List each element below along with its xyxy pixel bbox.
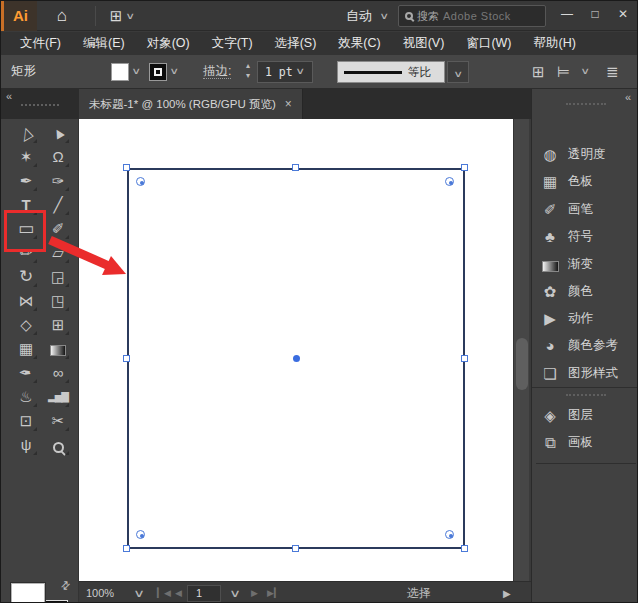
width-tool[interactable]: ⋈: [14, 290, 38, 312]
live-corner-widget[interactable]: [136, 530, 145, 539]
live-corner-widget[interactable]: [445, 177, 454, 186]
selection-handle[interactable]: [461, 545, 468, 552]
arrange-documents-icon[interactable]: ⊞: [105, 1, 127, 31]
zoom-chevron-icon[interactable]: ∨: [133, 582, 145, 603]
menu-select[interactable]: 选择(S): [264, 32, 328, 55]
menu-help[interactable]: 帮助(H): [523, 32, 587, 55]
stroke-weight-chevron-icon[interactable]: ∨: [295, 55, 305, 88]
scale-tool[interactable]: ◲: [46, 266, 70, 288]
vertical-scrollbar[interactable]: [513, 119, 529, 581]
zoom-tool[interactable]: [46, 434, 70, 456]
document-tab[interactable]: 未标题-1* @ 100% (RGB/GPU 预览) ×: [79, 89, 303, 119]
live-corner-widget[interactable]: [445, 530, 454, 539]
selection-tool[interactable]: △: [14, 122, 38, 144]
collapse-toolbar-icon[interactable]: «: [6, 90, 12, 102]
menu-effect[interactable]: 效果(C): [327, 32, 391, 55]
selection-handle[interactable]: [123, 545, 130, 552]
lasso-tool[interactable]: Ω: [46, 146, 70, 168]
selection-handle[interactable]: [292, 164, 299, 171]
artboard-tool[interactable]: ⊡: [14, 410, 38, 432]
selection-handle[interactable]: [123, 355, 130, 362]
panel-item-color-guide[interactable]: ◕ 颜色参考: [532, 332, 638, 359]
perspective-grid-tool[interactable]: ⊞: [46, 314, 70, 336]
panel-item-artboards[interactable]: ⧉ 画板: [532, 429, 638, 456]
fill-color-swatch[interactable]: [111, 63, 129, 81]
toolbar-drag-handle[interactable]: [21, 104, 59, 106]
minimize-button[interactable]: —: [553, 1, 581, 27]
home-icon[interactable]: ⌂: [47, 1, 77, 31]
panel-group-drag-handle[interactable]: [566, 394, 606, 396]
arrange-documents-chevron-icon[interactable]: ∨: [125, 1, 135, 31]
menu-view[interactable]: 视图(V): [392, 32, 456, 55]
hand-tool[interactable]: ψ: [14, 434, 38, 456]
fill-proxy-swatch[interactable]: [11, 583, 45, 603]
selection-handle[interactable]: [292, 545, 299, 552]
align-chevron-icon[interactable]: ∨: [580, 55, 590, 88]
stock-search-input[interactable]: 搜索 Adobe Stock: [398, 5, 546, 27]
menu-file[interactable]: 文件(F): [9, 32, 72, 55]
close-button[interactable]: ✕: [609, 1, 637, 27]
last-artboard-icon[interactable]: ▶▎: [267, 582, 281, 603]
vertical-scrollbar-thumb[interactable]: [516, 338, 528, 390]
canvas[interactable]: [79, 119, 513, 581]
rotate-tool[interactable]: ↻: [14, 266, 38, 288]
live-corner-widget[interactable]: [136, 177, 145, 186]
panel-item-graphic-styles[interactable]: ❏ 图形样式: [532, 360, 638, 387]
panel-menu-icon[interactable]: ≣: [606, 55, 619, 88]
artboard-chevron-icon[interactable]: ∨: [229, 582, 241, 603]
free-transform-tool[interactable]: ◳: [46, 290, 70, 312]
eraser-tool[interactable]: ▱: [46, 242, 70, 264]
profile-chevron-icon[interactable]: ∨: [447, 61, 469, 83]
curvature-tool[interactable]: ✑: [46, 170, 70, 192]
slice-tool[interactable]: ✂: [46, 410, 70, 432]
shape-builder-tool[interactable]: ◇: [14, 314, 38, 336]
first-artboard-icon[interactable]: ▎◀: [157, 582, 171, 603]
menu-window[interactable]: 窗口(W): [455, 32, 522, 55]
direct-selection-tool[interactable]: ▲: [46, 122, 70, 144]
menu-type[interactable]: 文字(T): [201, 32, 264, 55]
selection-handle[interactable]: [123, 164, 130, 171]
panel-drag-handle[interactable]: [566, 103, 606, 105]
magic-wand-tool[interactable]: ✶: [14, 146, 38, 168]
transform-options-icon[interactable]: ⊞: [532, 55, 545, 88]
previous-artboard-icon[interactable]: ◀: [175, 582, 182, 603]
swap-fill-stroke-icon[interactable]: ⇄: [58, 578, 74, 594]
fill-chevron-icon[interactable]: ∨: [131, 55, 141, 88]
zoom-level[interactable]: 100%: [86, 582, 114, 603]
next-artboard-icon[interactable]: ▶: [251, 582, 258, 603]
center-point[interactable]: [293, 355, 300, 362]
panel-item-color[interactable]: ✿ 颜色: [532, 278, 638, 305]
column-graph-tool[interactable]: ▂▅▇: [46, 386, 70, 408]
paintbrush-tool[interactable]: ✐: [46, 218, 70, 240]
symbol-sprayer-tool[interactable]: ♨: [14, 386, 38, 408]
panel-item-layers[interactable]: ◈ 图层: [532, 402, 638, 429]
mesh-tool[interactable]: ▦: [14, 338, 38, 360]
stroke-weight-stepper[interactable]: ▴▾: [243, 61, 253, 81]
blend-tool[interactable]: ∞: [46, 362, 70, 384]
expand-panels-icon[interactable]: «: [625, 91, 631, 103]
panel-item-swatches[interactable]: ▦ 色板: [532, 168, 638, 195]
artboard-number-field[interactable]: 1: [187, 585, 221, 602]
panel-item-brushes[interactable]: ✐ 画笔: [532, 196, 638, 223]
panel-item-gradient[interactable]: 渐变: [532, 251, 638, 278]
menu-edit[interactable]: 编辑(E): [72, 32, 136, 55]
workspace-chevron-icon[interactable]: ∨: [379, 1, 389, 31]
panel-item-actions[interactable]: ▶ 动作: [532, 305, 638, 332]
panel-item-transparency[interactable]: ◍ 透明度: [532, 141, 638, 168]
eyedropper-tool[interactable]: ✒: [14, 362, 38, 384]
menu-object[interactable]: 对象(O): [136, 32, 201, 55]
stroke-panel-link[interactable]: 描边:: [203, 55, 231, 88]
stroke-profile-dropdown[interactable]: 等比: [337, 61, 445, 83]
stroke-color-swatch[interactable]: [149, 63, 167, 81]
workspace-switcher[interactable]: 自动: [346, 1, 372, 31]
tab-close-icon[interactable]: ×: [285, 97, 292, 111]
pen-tool[interactable]: ✒: [14, 170, 38, 192]
stroke-chevron-icon[interactable]: ∨: [169, 55, 179, 88]
panel-item-symbols[interactable]: ♣ 符号: [532, 223, 638, 250]
maximize-button[interactable]: □: [581, 1, 609, 27]
align-options-icon[interactable]: ⊨: [557, 55, 570, 88]
selection-handle[interactable]: [461, 164, 468, 171]
selection-handle[interactable]: [461, 355, 468, 362]
gradient-tool[interactable]: [46, 338, 70, 360]
line-segment-tool[interactable]: ╱: [46, 194, 70, 216]
